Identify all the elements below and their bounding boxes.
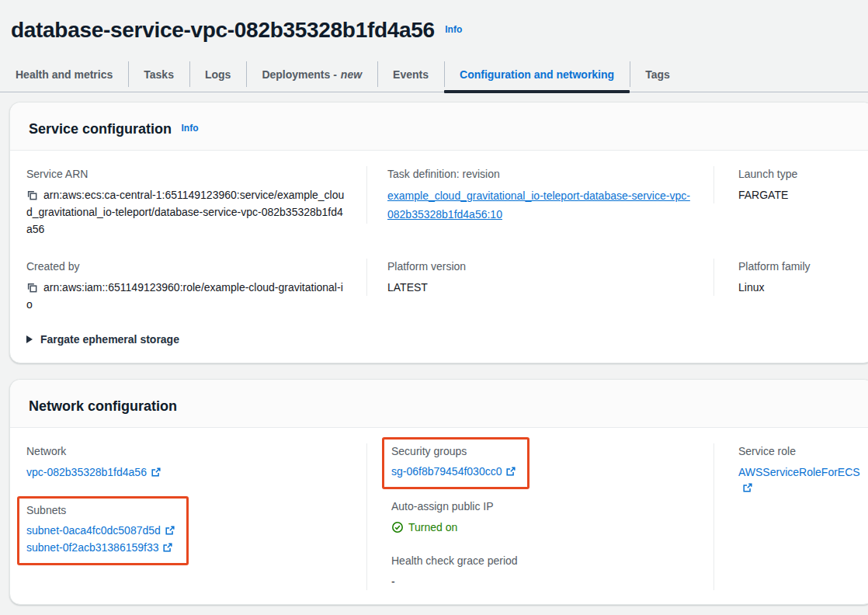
security-column: Security groups sg-06f8b79454f030cc0 Aut…	[366, 443, 713, 590]
service-arn-field: Service ARN arn:aws:ecs:ca-central-1:651…	[10, 166, 366, 238]
network-column: Network vpc-082b35328b1fd4a56 Subnets su…	[10, 443, 366, 590]
health-check-grace-period-label: Health check grace period	[391, 553, 695, 568]
security-groups-label: Security groups	[391, 443, 516, 459]
expander-caret-icon	[26, 335, 33, 343]
created-by-value: arn:aws:iam::651149123960:role/example-c…	[26, 279, 348, 313]
platform-family-value: Linux	[738, 279, 855, 296]
vpc-link[interactable]: vpc-082b35328b1fd4a56	[26, 466, 147, 478]
external-link-icon	[742, 482, 753, 493]
external-link-icon	[505, 466, 516, 477]
launch-type-field: Launch type FARGATE	[713, 166, 868, 203]
network-configuration-title: Network configuration	[29, 398, 177, 414]
subnet-link[interactable]: subnet-0aca4fc0dc5087d5d	[26, 524, 161, 537]
platform-version-field: Platform version LATEST	[366, 259, 713, 296]
copy-icon[interactable]	[26, 282, 38, 294]
service-config-row-2: Created by arn:aws:iam::651149123960:rol…	[10, 259, 868, 313]
network-configuration-body: Network vpc-082b35328b1fd4a56 Subnets su…	[10, 428, 868, 604]
service-role-label: Service role	[738, 443, 860, 459]
auto-assign-public-ip-label: Auto-assign public IP	[391, 499, 695, 514]
tab-deployments[interactable]: Deployments -new	[246, 57, 377, 92]
auto-assign-public-ip-field: Auto-assign public IP Turned on	[391, 499, 695, 536]
tab-tags[interactable]: Tags	[630, 57, 686, 92]
security-groups-highlight-box: Security groups sg-06f8b79454f030cc0	[382, 437, 529, 489]
page-header: database-service-vpc-082b35328b1fd4a56 I…	[0, 0, 868, 43]
created-by-label: Created by	[26, 259, 348, 274]
network-configuration-card: Network configuration Network vpc-082b35…	[9, 379, 868, 605]
external-link-icon	[151, 467, 161, 478]
platform-version-value: LATEST	[387, 279, 695, 296]
service-role-column: Service role AWSServiceRoleForECS	[713, 443, 868, 590]
auto-assign-public-ip-status: Turned on	[391, 519, 695, 536]
copy-icon[interactable]	[26, 189, 38, 201]
task-definition-label: Task definition: revision	[387, 166, 695, 182]
launch-type-label: Launch type	[738, 166, 855, 182]
service-role-field: Service role AWSServiceRoleForECS	[738, 443, 860, 495]
security-group-link[interactable]: sg-06f8b79454f030cc0	[391, 465, 502, 478]
task-definition-link[interactable]: example_cloud_gravitational_io-teleport-…	[387, 186, 695, 224]
service-role-link[interactable]: AWSServiceRoleForECS	[738, 466, 860, 478]
tab-deployments-new-badge: new	[341, 68, 362, 81]
service-configuration-title: Service configuration	[29, 121, 172, 137]
health-check-grace-period-field: Health check grace period -	[391, 553, 695, 590]
fargate-ephemeral-storage-expander[interactable]: Fargate ephemeral storage	[26, 333, 868, 346]
external-link-icon	[165, 525, 175, 536]
tab-configuration-and-networking[interactable]: Configuration and networking	[444, 57, 630, 92]
subnets-highlight-box: Subnets subnet-0aca4fc0dc5087d5d subnet-…	[17, 496, 189, 565]
service-arn-label: Service ARN	[26, 166, 348, 182]
tab-events[interactable]: Events	[377, 57, 444, 92]
service-configuration-card: Service configuration Info Service ARN a…	[9, 102, 868, 363]
expander-label: Fargate ephemeral storage	[40, 333, 179, 346]
platform-version-label: Platform version	[387, 259, 695, 274]
tab-bar: Health and metrics Tasks Logs Deployment…	[0, 57, 868, 92]
tab-tasks[interactable]: Tasks	[128, 57, 189, 92]
service-arn-value: arn:aws:ecs:ca-central-1:651149123960:se…	[26, 186, 348, 238]
external-link-icon	[162, 542, 173, 553]
created-by-field: Created by arn:aws:iam::651149123960:rol…	[10, 259, 366, 313]
service-configuration-info-link[interactable]: Info	[182, 123, 199, 134]
tab-health-and-metrics[interactable]: Health and metrics	[0, 57, 128, 92]
launch-type-value: FARGATE	[738, 186, 855, 203]
subnets-label: Subnets	[26, 502, 175, 518]
subnet-link[interactable]: subnet-0f2acb31386159f33	[26, 541, 158, 554]
network-label: Network	[26, 443, 348, 459]
success-check-icon	[391, 521, 404, 533]
service-configuration-body: Service ARN arn:aws:ecs:ca-central-1:651…	[10, 151, 868, 363]
platform-family-label: Platform family	[738, 259, 855, 274]
network-configuration-header: Network configuration	[10, 380, 868, 428]
task-definition-field: Task definition: revision example_cloud_…	[366, 166, 713, 224]
network-field: Network vpc-082b35328b1fd4a56	[26, 443, 348, 481]
service-config-row-1: Service ARN arn:aws:ecs:ca-central-1:651…	[10, 166, 868, 238]
health-check-grace-period-value: -	[391, 573, 695, 590]
platform-family-field: Platform family Linux	[713, 259, 868, 296]
tab-logs[interactable]: Logs	[189, 57, 246, 92]
page-info-link[interactable]: Info	[445, 24, 462, 35]
page-title: database-service-vpc-082b35328b1fd4a56	[11, 18, 435, 42]
service-configuration-header: Service configuration Info	[10, 102, 868, 151]
